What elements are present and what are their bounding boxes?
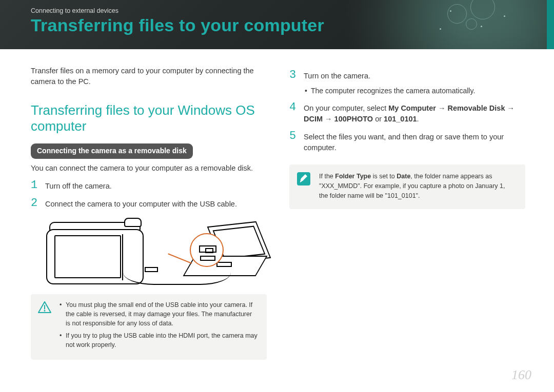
step-number: 5 — [289, 131, 296, 142]
caution-list: You must plug the small end of the USB c… — [60, 300, 258, 353]
callout-circle — [190, 233, 224, 267]
step-number: 2 — [31, 198, 38, 209]
step-number: 1 — [31, 180, 38, 191]
step-sub-bullet: The computer recognizes the camera autom… — [304, 86, 525, 96]
info-note: If the Folder Type is set to Date, the f… — [289, 164, 525, 209]
info-text: If the Folder Type is set to Date, the f… — [319, 172, 514, 200]
intro-text: Transfer files on a memory card to your … — [31, 66, 267, 87]
step-5: 5 Select the files you want, and then dr… — [289, 132, 525, 153]
subsection-note: You can connect the camera to your compu… — [31, 163, 267, 174]
step-number: 4 — [289, 102, 296, 113]
step-text: Turn on the camera. — [304, 72, 370, 80]
step-1: 1 Turn off the camera. — [31, 181, 267, 192]
content-area: Transfer files on a memory card to your … — [0, 49, 554, 360]
page-header: Connecting to external devices Transferr… — [0, 0, 554, 49]
caution-item: If you try to plug the USB cable into th… — [60, 331, 258, 349]
step-number: 3 — [289, 70, 296, 81]
section-heading: Transferring files to your Windows OS co… — [31, 102, 267, 134]
usb-connection-illustration — [36, 217, 262, 286]
step-text: Select the files you want, and then drag… — [304, 132, 525, 153]
svg-point-2 — [44, 310, 46, 312]
step-4: 4 On your computer, select My Computer →… — [289, 103, 525, 125]
subsection-pill: Connecting the camera as a removable dis… — [31, 143, 193, 158]
right-column: 3 Turn on the camera. The computer recog… — [289, 66, 525, 360]
step-2: 2 Connect the camera to your computer wi… — [31, 199, 267, 210]
left-column: Transfer files on a memory card to your … — [31, 66, 267, 360]
caution-item: You must plug the small end of the USB c… — [60, 300, 258, 328]
caution-icon — [38, 300, 51, 353]
step-text: On your computer, select My Computer → R… — [304, 103, 525, 125]
step-text: Turn off the camera. — [45, 181, 267, 192]
step-text: Connect the camera to your computer with… — [45, 199, 267, 210]
page-number: 160 — [511, 367, 531, 383]
caution-note: You must plug the small end of the USB c… — [31, 294, 267, 360]
step-3: 3 Turn on the camera. The computer recog… — [289, 71, 525, 96]
pen-icon — [296, 172, 311, 200]
header-accent-bar — [547, 0, 554, 49]
